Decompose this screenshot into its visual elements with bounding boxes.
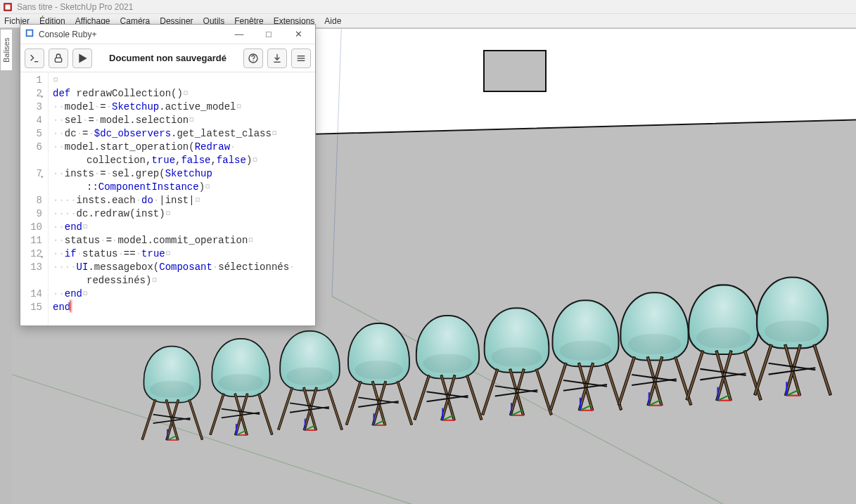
code-line[interactable]: ····UI.messagebox(Composant·sélectionnés… <box>53 261 311 274</box>
chair-seat <box>143 346 201 403</box>
line-gutter: 12▾34567▾89101112▾131415 <box>20 72 49 325</box>
component-axes-icon <box>167 429 179 441</box>
svg-rect-1 <box>6 4 11 9</box>
code-area[interactable]: ¤def redrawCollection()¤··model·=·Sketch… <box>49 72 315 325</box>
chair-seat <box>484 307 550 373</box>
chair-instance[interactable] <box>416 315 480 420</box>
code-line[interactable]: ····dc.redraw(inst)¤ <box>53 207 311 221</box>
svg-marker-6 <box>79 54 86 62</box>
chair-legs <box>688 355 759 400</box>
code-line[interactable]: ··end¤ <box>53 287 311 301</box>
lock-button[interactable] <box>49 49 68 68</box>
component-axes-icon <box>649 392 664 406</box>
code-line[interactable]: ··model.start_operation(Redraw· <box>53 141 311 154</box>
code-editor[interactable]: 12▾34567▾89101112▾131415 ¤def redrawColl… <box>20 72 315 325</box>
component-axes-icon <box>786 381 802 396</box>
code-line[interactable]: ··sel·=·model.selection¤ <box>53 114 311 127</box>
chair-instance[interactable] <box>688 284 759 399</box>
code-line[interactable]: def redrawCollection()¤ <box>53 87 311 101</box>
chair-legs <box>143 403 201 440</box>
chair-seat <box>416 315 480 379</box>
ruby-toolbar: Document non sauvegardé <box>20 44 315 72</box>
code-line[interactable]: ::ComponentInstance)¤ <box>53 181 311 194</box>
chair-instance[interactable] <box>347 323 410 425</box>
code-line[interactable]: ¤ <box>53 74 311 87</box>
chair-seat <box>756 276 829 349</box>
code-line[interactable]: ··insts·=·sel.grep(Sketchup <box>53 167 311 181</box>
component-axes-icon <box>580 397 594 411</box>
chair-instance[interactable] <box>552 299 620 410</box>
chair-seat <box>688 284 759 355</box>
chair-legs <box>211 397 270 434</box>
chair-legs <box>620 361 689 405</box>
close-button[interactable]: ✕ <box>286 27 311 41</box>
chair-seat <box>211 338 270 397</box>
app-icon <box>3 2 13 12</box>
code-line[interactable]: ··model·=·Sketchup.active_model¤ <box>53 101 311 114</box>
app-titlebar: Sans titre - SketchUp Pro 2021 <box>0 0 856 14</box>
ruby-console-window[interactable]: Console Ruby+ — □ ✕ Document non sauvega… <box>20 24 316 326</box>
ruby-status: Document non sauvegardé <box>96 53 239 63</box>
code-line[interactable]: ··dc·=·$dc_observers.get_latest_class¤ <box>53 127 311 141</box>
scene-opening <box>483 50 547 92</box>
component-axes-icon <box>442 408 456 421</box>
chair-instance[interactable] <box>279 330 340 429</box>
download-button[interactable] <box>267 49 287 68</box>
ruby-titlebar[interactable]: Console Ruby+ — □ ✕ <box>20 25 315 44</box>
svg-rect-3 <box>27 31 32 36</box>
chair-legs <box>484 373 550 415</box>
code-line[interactable]: end <box>53 301 311 314</box>
component-axes-icon <box>718 387 733 401</box>
chair-seat <box>620 292 689 361</box>
play-button[interactable] <box>72 49 92 68</box>
chair-instance[interactable] <box>143 346 201 439</box>
chair-seat <box>347 323 410 385</box>
code-line[interactable]: ····insts.each·do·|inst|¤ <box>53 194 311 207</box>
code-line[interactable]: collection,true,false,false)¤ <box>53 154 311 167</box>
menu-aide[interactable]: Aide <box>324 16 341 26</box>
code-line[interactable]: ··end¤ <box>53 221 311 234</box>
chair-seat <box>552 299 620 367</box>
chair-legs <box>347 385 410 425</box>
svg-point-8 <box>253 60 253 61</box>
chair-seat <box>279 330 340 391</box>
menu-button[interactable] <box>291 49 311 68</box>
help-button[interactable] <box>243 49 263 68</box>
chair-instance[interactable] <box>484 307 550 415</box>
component-axes-icon <box>373 413 387 426</box>
execute-button[interactable] <box>25 49 44 68</box>
maximize-button[interactable]: □ <box>256 27 281 41</box>
code-line[interactable]: ··if·status·==·true¤ <box>53 247 311 261</box>
chair-legs <box>416 379 480 420</box>
chair-instance[interactable] <box>756 276 829 394</box>
chair-instance[interactable] <box>620 292 689 404</box>
code-line[interactable]: ··status·=·model.commit_operation¤ <box>53 234 311 247</box>
side-tab-balises[interactable]: Balises <box>0 29 12 71</box>
svg-rect-5 <box>55 58 61 62</box>
minimize-button[interactable]: — <box>226 27 252 41</box>
chair-legs <box>552 367 620 410</box>
code-line[interactable]: redessinés)¤ <box>53 274 311 287</box>
chair-legs <box>279 391 340 429</box>
component-axes-icon <box>305 418 318 431</box>
ruby-app-icon <box>25 28 34 40</box>
app-title: Sans titre - SketchUp Pro 2021 <box>17 2 133 12</box>
component-axes-icon <box>236 423 249 436</box>
chair-legs <box>756 349 829 394</box>
chair-instance[interactable] <box>211 338 270 434</box>
text-cursor <box>70 301 71 311</box>
scene-slab <box>314 29 856 135</box>
component-axes-icon <box>511 402 525 416</box>
ruby-title: Console Ruby+ <box>39 30 96 39</box>
